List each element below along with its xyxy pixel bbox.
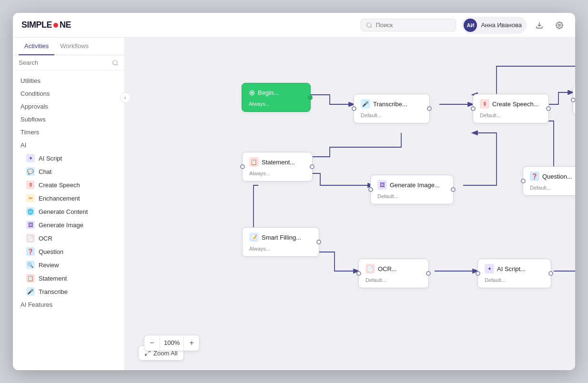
svg-line-5 <box>145 353 147 355</box>
sidebar-tabs: Activities Workflows <box>13 38 124 55</box>
node-smart-filling[interactable]: 📝 Smart Filling... Always... <box>242 227 319 257</box>
zoom-in-button[interactable]: + <box>184 335 199 351</box>
node-question[interactable]: ❓ Question... Default... <box>523 166 575 196</box>
tab-activities[interactable]: Activities <box>19 38 54 55</box>
sidebar-content: Utilities Conditions Approvals Subflows … <box>13 71 124 370</box>
ocr-connector-left <box>356 271 361 276</box>
sidebar-item-utilities[interactable]: Utilities <box>13 74 124 87</box>
tab-workflows[interactable]: Workflows <box>54 38 94 55</box>
begin-icon: ⊕ <box>249 88 255 97</box>
sidebar-search-input[interactable] <box>19 59 109 66</box>
sidebar-item-ai[interactable]: AI <box>13 139 124 151</box>
node-gen-image-icon: 🖼 <box>377 180 387 190</box>
node-statement-footer: Always... <box>249 171 305 176</box>
sidebar-item-create-speech[interactable]: 🎙 Create Speech <box>13 178 124 192</box>
gen-image-connector-left <box>368 187 373 192</box>
node-statement-icon: 📋 <box>249 157 259 167</box>
node-generate-image[interactable]: 🖼 Generate Image... Default... <box>370 175 454 204</box>
node-statement-label: Statement... <box>262 159 295 166</box>
logo: SIMPLE NE <box>21 20 71 30</box>
node-transcribe-header: 🎤 Transcribe... <box>361 99 423 109</box>
node-ai-script-footer: Default... <box>485 277 544 283</box>
node-enchancement[interactable]: ✏ Enchancement... Always... <box>573 85 575 115</box>
sidebar-item-transcribe[interactable]: 🎤 Transcribe <box>13 285 124 298</box>
sidebar-item-enchancement[interactable]: ✏ Enchancement <box>13 192 124 205</box>
statement-connector-right <box>310 164 314 169</box>
svg-point-0 <box>367 22 371 27</box>
user-badge: АИ Анна Иванова <box>462 17 527 34</box>
sidebar-search[interactable] <box>13 55 124 71</box>
create-speech-connector-left <box>471 106 476 111</box>
logo-ne: NE <box>60 20 71 30</box>
header-search-input[interactable] <box>375 21 442 29</box>
node-statement[interactable]: 📋 Statement... Always... <box>242 152 313 181</box>
sidebar-item-generate-content-label: Generate Content <box>39 208 88 215</box>
ai-script-connector-left <box>476 271 480 276</box>
node-create-speech-icon: 🎙 <box>480 99 489 109</box>
logo-simple: SIMPLE <box>21 20 52 30</box>
node-transcribe-label: Transcribe... <box>373 101 407 108</box>
sidebar-item-subflows[interactable]: Subflows <box>13 113 124 126</box>
node-smart-filling-header: 📝 Smart Filling... <box>249 232 312 242</box>
sidebar-item-ocr-label: OCR <box>39 235 52 242</box>
sidebar-item-generate-image[interactable]: 🖼 Generate Image <box>13 218 124 232</box>
gen-content-icon: 🌐 <box>26 207 35 216</box>
workflow-connections-svg <box>125 38 575 370</box>
node-ocr-footer: Default... <box>365 277 422 283</box>
node-create-speech-label: Create Speech... <box>492 101 539 108</box>
node-ai-script-label: AI Script... <box>497 265 526 272</box>
node-begin-footer: Always... <box>249 101 304 107</box>
sidebar-collapse-button[interactable]: ‹ <box>120 92 131 103</box>
gen-image-connector-right <box>451 187 456 192</box>
sidebar-item-enchancement-label: Enchancement <box>39 195 80 202</box>
sidebar-item-ocr[interactable]: 📄 OCR <box>13 232 124 245</box>
sidebar-item-ai-features[interactable]: AI Features <box>13 298 124 311</box>
node-ai-script-header: ✦ AI Script... <box>485 264 544 273</box>
begin-connector-right <box>308 95 313 100</box>
node-create-speech-header: 🎙 Create Speech... <box>480 99 542 109</box>
sidebar-item-timers[interactable]: Timers <box>13 126 124 139</box>
enchancement-icon: ✏ <box>26 194 35 202</box>
smart-filling-connector-right <box>316 240 321 244</box>
sidebar-item-question[interactable]: ❓ Question <box>13 245 124 258</box>
node-begin[interactable]: ⊕ Begin... Always... <box>242 83 311 112</box>
sidebar-item-generate-content[interactable]: 🌐 Generate Content <box>13 205 124 218</box>
sidebar-item-ai-script-label: AI Script <box>39 155 62 162</box>
avatar: АИ <box>464 19 477 32</box>
node-generate-image-label: Generate Image... <box>390 181 440 189</box>
sidebar-item-review-label: Review <box>39 262 59 269</box>
node-ocr-header: 📄 OCR... <box>365 264 422 273</box>
statement-icon: 📋 <box>26 274 35 282</box>
node-create-speech[interactable]: 🎙 Create Speech... Default... <box>473 94 549 123</box>
sidebar-item-conditions[interactable]: Conditions <box>13 87 124 100</box>
gen-image-icon: 🖼 <box>26 221 35 229</box>
sidebar-item-approvals[interactable]: Approvals <box>13 100 124 113</box>
node-ocr[interactable]: 📄 OCR... Default... <box>358 259 429 288</box>
app-window: SIMPLE NE АИ Анна Иванова <box>13 13 575 370</box>
chat-icon: 💬 <box>26 167 35 176</box>
download-button[interactable] <box>532 18 547 32</box>
ocr-icon: 📄 <box>26 234 35 242</box>
sidebar-item-statement[interactable]: 📋 Statement <box>13 272 124 285</box>
node-ai-script[interactable]: ✦ AI Script... Default... <box>477 259 551 288</box>
node-smart-filling-icon: 📝 <box>249 232 259 242</box>
enchancement-connector-left <box>571 98 575 102</box>
zoom-out-button[interactable]: − <box>144 335 160 351</box>
workflow-canvas[interactable]: ⊕ Begin... Always... 🎤 Transcribe... Def… <box>125 38 575 370</box>
sidebar-item-statement-label: Statement <box>39 275 67 282</box>
sidebar-item-review[interactable]: 🔍 Review <box>13 258 124 272</box>
sidebar-item-generate-image-label: Generate Image <box>39 222 83 229</box>
node-question-header: ❓ Question... <box>530 171 575 181</box>
sidebar-item-ai-script[interactable]: ✦ AI Script <box>13 151 124 165</box>
sidebar-item-transcribe-label: Transcribe <box>39 288 68 295</box>
node-generate-image-footer: Default... <box>377 193 446 199</box>
sidebar-item-chat[interactable]: 💬 Chat <box>13 165 124 178</box>
node-create-speech-footer: Default... <box>480 112 542 118</box>
node-generate-image-header: 🖼 Generate Image... <box>377 180 446 190</box>
svg-point-3 <box>113 60 117 64</box>
download-icon <box>536 21 543 29</box>
header-search[interactable] <box>361 19 456 31</box>
settings-button[interactable] <box>552 18 567 32</box>
node-begin-header: ⊕ Begin... <box>249 88 304 97</box>
node-transcribe[interactable]: 🎤 Transcribe... Default... <box>354 94 430 123</box>
